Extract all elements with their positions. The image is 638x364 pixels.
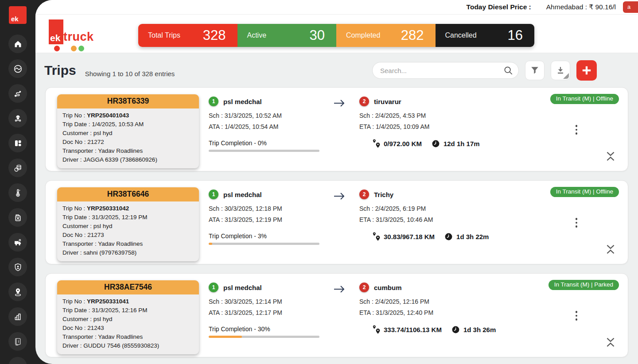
origin-name: psl medchal xyxy=(223,191,262,198)
customer-line: Customer : psl hyd xyxy=(62,315,194,324)
card-controls: In Transit (M) | Offline xyxy=(519,187,619,257)
search-icon[interactable] xyxy=(503,66,513,75)
origin-ata: ATA : 1/4/2025, 10:54 AM xyxy=(209,123,319,130)
sidebar-logo-text: ek xyxy=(11,15,19,23)
card-controls: In Transit (M) | Parked xyxy=(519,280,619,350)
home-icon xyxy=(13,39,23,49)
payments-icon xyxy=(13,163,23,173)
main-panel: Today Diesel Price : Ahmedabad : ₹ 90.16… xyxy=(35,0,638,364)
distance-duration-row: 0/972.00 KM 12d 1h 17m xyxy=(372,139,519,148)
driver-line: Driver : sahni (9797639758) xyxy=(62,248,194,257)
sidebar-logo[interactable]: ek xyxy=(9,6,27,24)
stat-value: 30 xyxy=(310,27,325,43)
stat-cancelled[interactable]: Cancelled 16 xyxy=(436,24,535,47)
distance-duration-row: 30.83/967.18 KM 1d 3h 22m xyxy=(372,232,519,241)
sidebar-item-dashboard[interactable] xyxy=(8,134,27,152)
fold-icon xyxy=(605,337,616,348)
sidebar-item-temperature[interactable] xyxy=(8,183,27,202)
trips-toolbar: Trips Showing 1 to 10 of 328 entries xyxy=(35,53,638,81)
logo-truck-text: truck xyxy=(63,30,94,44)
origin-name: psl medchal xyxy=(223,284,262,291)
completion-track xyxy=(209,243,319,245)
clock-icon xyxy=(432,139,440,148)
card-menu-button[interactable] xyxy=(574,309,580,322)
vehicle-number: HR38T6646 xyxy=(57,187,199,201)
shield-user-icon xyxy=(13,263,23,272)
completion-track xyxy=(209,150,319,152)
origin-block: 1psl medchal Sch : 30/3/2025, 12:18 PM A… xyxy=(209,187,319,257)
partial-bottom-icon xyxy=(13,362,23,364)
diesel-ticker-badge: a xyxy=(623,1,638,13)
app-header: ek truck Total Trips 328 Active 30 Compl… xyxy=(35,15,638,53)
stat-completed[interactable]: Completed 282 xyxy=(336,24,436,47)
sidebar-item-monitor[interactable] xyxy=(8,59,27,78)
collapse-toggle[interactable] xyxy=(605,151,616,164)
download-button[interactable] xyxy=(551,61,570,80)
card-controls: In Transit (M) | Offline xyxy=(519,94,619,164)
distance-pins-icon xyxy=(372,139,381,148)
sidebar-item-payments[interactable] xyxy=(8,159,27,177)
collapse-toggle[interactable] xyxy=(605,337,616,350)
fuel-can-icon xyxy=(13,213,23,222)
destination-block: 2tiruvarur Sch : 2/4/2025, 4:53 PM ETA :… xyxy=(359,94,519,164)
sidebar-item-vehicles[interactable] xyxy=(8,233,27,252)
logo-dot-orange xyxy=(71,46,77,51)
search-input[interactable] xyxy=(372,62,519,79)
stat-label: Completed xyxy=(346,31,380,39)
stat-total-trips[interactable]: Total Trips 328 xyxy=(138,24,237,47)
transporter-line: Transporter : Yadav Roadlines xyxy=(62,147,194,155)
trip-no-line: Trip No : YRP250331041 xyxy=(62,297,194,306)
status-badge: In Transit (M) | Offline xyxy=(550,187,619,197)
origin-ata: ATA : 31/3/2025, 12:19 PM xyxy=(209,216,319,223)
sidebar: ek xyxy=(0,0,35,364)
distance-pins-icon xyxy=(372,232,381,241)
stat-label: Cancelled xyxy=(445,31,477,39)
logo-ek-text: ek xyxy=(50,33,60,43)
distance-value: 30.83/967.18 KM xyxy=(384,233,435,240)
doc-no-line: Doc No : 21273 xyxy=(62,231,194,240)
card-menu-button[interactable] xyxy=(574,216,580,229)
stat-active[interactable]: Active 30 xyxy=(237,24,337,47)
customer-line: Customer : psl hyd xyxy=(62,129,194,138)
sidebar-item-manual[interactable] xyxy=(8,332,27,351)
collapse-toggle[interactable] xyxy=(605,244,616,257)
origin-block: 1psl medchal Sch : 30/3/2025, 12:14 PM A… xyxy=(209,280,319,350)
trip-date-line: Trip Date : 1/4/2025, 10:53 AM xyxy=(62,120,194,129)
status-badge: In Transit (M) | Parked xyxy=(549,280,619,290)
duration-value: 1d 3h 22m xyxy=(456,233,489,240)
trip-date-line: Trip Date : 31/3/2025, 12:16 PM xyxy=(62,306,194,315)
clock-icon xyxy=(451,325,460,334)
route-arrow xyxy=(319,187,359,257)
truck-icon xyxy=(13,238,23,247)
trip-details: Trip No : YRP250331041 Trip Date : 31/3/… xyxy=(57,294,199,354)
add-trip-button[interactable] xyxy=(576,60,597,81)
route-icon xyxy=(13,89,23,98)
fold-icon xyxy=(605,151,616,162)
sidebar-item-geofence[interactable] xyxy=(8,283,27,301)
card-menu-button[interactable] xyxy=(574,123,580,136)
destination-eta: ETA : 1/4/2025, 10:09 AM xyxy=(359,123,519,130)
vehicle-info-panel: HR38T6339 Trip No : YRP250401043 Trip Da… xyxy=(57,94,199,168)
filter-button[interactable] xyxy=(525,61,545,80)
destination-sch: Sch : 2/4/2025, 12:16 PM xyxy=(359,298,519,305)
entries-count: Showing 1 to 10 of 328 entries xyxy=(85,70,175,81)
sidebar-item-partial[interactable] xyxy=(8,357,27,364)
origin-seq-badge: 1 xyxy=(209,97,218,106)
logo-dot-green xyxy=(78,46,84,51)
distance-duration-row: 333.74/1106.13 KM 1d 3h 26m xyxy=(372,325,519,334)
origin-name: psl medchal xyxy=(223,98,262,105)
diesel-price-strip: Today Diesel Price : Ahmedabad : ₹ 90.16… xyxy=(35,0,638,15)
trip-card: HR38T6646 Trip No : YRP250331042 Trip Da… xyxy=(45,180,628,264)
duration-value: 12d 1h 17m xyxy=(443,140,480,147)
sidebar-item-fuel[interactable] xyxy=(8,208,27,227)
trip-no-line: Trip No : YRP250331042 xyxy=(62,204,194,213)
distance-value: 0/972.00 KM xyxy=(384,140,422,147)
sidebar-item-reports[interactable] xyxy=(8,307,27,326)
destination-block: 2cumbum Sch : 2/4/2025, 12:16 PM ETA : 3… xyxy=(359,280,519,350)
destination-name: Trichy xyxy=(374,191,393,198)
sidebar-item-security[interactable] xyxy=(8,258,27,276)
sidebar-item-drivers[interactable] xyxy=(8,109,27,128)
sidebar-item-home[interactable] xyxy=(8,35,27,53)
origin-block: 1psl medchal Sch : 31/3/2025, 10:52 AM A… xyxy=(209,94,319,164)
sidebar-item-routes[interactable] xyxy=(8,84,27,103)
